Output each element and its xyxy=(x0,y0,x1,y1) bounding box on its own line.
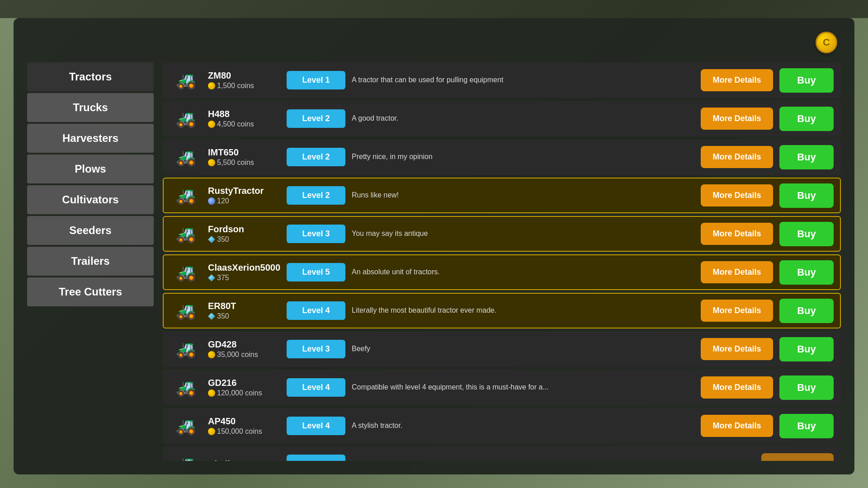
vehicle-price: 350 xyxy=(208,235,280,244)
level-badge: Level 2 xyxy=(287,186,345,205)
level-badge: Level 4 xyxy=(287,378,345,397)
more-details-button[interactable]: More Details xyxy=(701,184,773,206)
vehicle-icon: 🚜 xyxy=(170,183,202,208)
buy-button[interactable]: Buy xyxy=(779,414,834,438)
vehicle-price: 35,000 coins xyxy=(208,351,280,359)
buy-button[interactable]: Buy xyxy=(779,337,834,361)
more-details-button[interactable]: More Details xyxy=(701,223,773,245)
table-row: 🚜 GD428 35,000 coins Level 3 Beefy More … xyxy=(163,331,841,367)
more-details-button[interactable]: More Details xyxy=(701,300,773,322)
price-value: 1,500 coins xyxy=(217,82,254,90)
sidebar-item-plows[interactable]: Plows xyxy=(27,155,154,183)
level-badge: Level 4 xyxy=(287,301,345,320)
vehicle-name: IMT650 xyxy=(208,147,280,158)
vehicle-list[interactable]: 🚜 ZM80 1,500 coins Level 1 A tractor tha… xyxy=(154,62,841,461)
vehicle-name: GD428 xyxy=(208,339,280,350)
vehicle-icon: 🚜 xyxy=(170,68,202,93)
price-value: 375 xyxy=(217,274,229,282)
more-details-button[interactable]: More Details xyxy=(701,108,773,130)
vehicle-desc: A stylish tractor. xyxy=(352,421,694,431)
vehicle-info: AP450 150,000 coins xyxy=(208,416,280,436)
vehicle-price: 5,500 coins xyxy=(208,159,280,167)
vehicle-name: AP450 xyxy=(208,416,280,427)
vehicle-desc: You may say its antique xyxy=(352,229,694,239)
level-badge: Level 3 xyxy=(287,340,345,358)
buy-button[interactable]: Buy xyxy=(779,183,834,208)
vehicle-name: ER80T xyxy=(208,301,280,311)
vehicle-icon: 🚜 xyxy=(170,337,202,361)
vehicle-price: 375 xyxy=(208,274,280,282)
vehicle-info: GD428 35,000 coins xyxy=(208,339,280,359)
price-value: 5,500 coins xyxy=(217,159,254,167)
sidebar-item-trailers[interactable]: Trailers xyxy=(27,247,154,276)
table-row: 🚜 ER80T 350 Level 4 Literally the most b… xyxy=(163,293,841,328)
level-badge: Level 2 xyxy=(287,148,345,166)
main-window: C TractorsTrucksHarvestersPlowsCultivato… xyxy=(14,18,854,474)
more-details-button[interactable]: More Details xyxy=(761,453,834,461)
vehicle-price: 4,500 coins xyxy=(208,120,280,128)
buy-button[interactable]: Buy xyxy=(779,260,834,285)
price-value: 120 xyxy=(217,197,229,205)
sidebar-item-seeders[interactable]: Seeders xyxy=(27,216,154,245)
table-row: 🚜 AP450 150,000 coins Level 4 A stylish … xyxy=(163,408,841,444)
coin-icon: C xyxy=(816,32,837,53)
buy-button[interactable]: Buy xyxy=(779,375,834,400)
sidebar-item-cultivators[interactable]: Cultivators xyxy=(27,185,154,214)
vehicle-info: ER80T 350 xyxy=(208,301,280,320)
more-details-button[interactable]: More Details xyxy=(701,376,773,399)
more-details-button[interactable]: More Details xyxy=(701,146,773,168)
sidebar-item-tractors[interactable]: Tractors xyxy=(27,62,154,91)
vehicle-desc: Literally the most beautiful tractor eve… xyxy=(352,306,694,315)
sidebar-item-tree-cutters[interactable]: Tree Cutters xyxy=(27,277,154,306)
vehicle-desc: A tractor that can be used for pulling e… xyxy=(352,75,694,85)
vehicle-info: H488 4,500 coins xyxy=(208,109,280,128)
buy-button[interactable]: Buy xyxy=(779,145,834,169)
vehicle-price: 150,000 coins xyxy=(208,427,280,436)
more-details-button[interactable]: More Details xyxy=(701,261,773,283)
table-row: 🚜 Challenger MT0 More Details xyxy=(163,446,841,461)
more-details-button[interactable]: More Details xyxy=(701,415,773,437)
buy-button[interactable]: Buy xyxy=(779,107,834,131)
level-badge: Level 5 xyxy=(287,263,345,282)
buy-button[interactable]: Buy xyxy=(779,68,834,93)
more-details-button[interactable]: More Details xyxy=(701,69,773,91)
price-value: 35,000 coins xyxy=(217,351,258,359)
table-row: 🚜 GD216 120,000 coins Level 4 Compatible… xyxy=(163,370,841,405)
vehicle-price: 120 xyxy=(208,197,280,205)
vehicle-info: ZM80 1,500 coins xyxy=(208,70,280,90)
top-bar xyxy=(0,0,868,18)
vehicle-icon: 🚜 xyxy=(170,260,202,285)
sidebar: TractorsTrucksHarvestersPlowsCultivators… xyxy=(27,62,154,461)
vehicle-price: 350 xyxy=(208,312,280,320)
header: C xyxy=(27,32,841,53)
table-row: 🚜 IMT650 5,500 coins Level 2 Pretty nice… xyxy=(163,139,841,175)
vehicle-price: 1,500 coins xyxy=(208,82,280,90)
vehicle-name: H488 xyxy=(208,109,280,119)
vehicle-desc: Compatible with level 4 equipment, this … xyxy=(352,383,694,392)
content-area: TractorsTrucksHarvestersPlowsCultivators… xyxy=(27,62,841,461)
coin-price-icon xyxy=(208,82,215,89)
vehicle-desc: Runs like new! xyxy=(352,191,694,200)
buy-button[interactable]: Buy xyxy=(779,222,834,246)
sidebar-item-trucks[interactable]: Trucks xyxy=(27,93,154,122)
sidebar-item-harvesters[interactable]: Harvesters xyxy=(27,124,154,153)
vehicle-info: GD216 120,000 coins xyxy=(208,378,280,397)
crystal-price-icon xyxy=(208,274,215,282)
level-badge: Level 3 xyxy=(287,225,345,243)
buy-button[interactable]: Buy xyxy=(779,299,834,323)
level-badge: Level 1 xyxy=(287,71,345,89)
vehicle-info: RustyTractor 120 xyxy=(208,186,280,205)
vehicle-icon: 🚜 xyxy=(170,452,202,461)
vehicle-name: ZM80 xyxy=(208,70,280,81)
vehicle-name: Fordson xyxy=(208,224,280,235)
more-details-button[interactable]: More Details xyxy=(701,338,773,360)
vehicle-icon: 🚜 xyxy=(170,298,202,323)
gem-price-icon xyxy=(208,197,215,205)
vehicle-desc: Pretty nice, in my opinion xyxy=(352,152,694,162)
vehicle-icon: 🚜 xyxy=(170,106,202,131)
vehicle-name: GD216 xyxy=(208,378,280,388)
level-badge: Level 4 xyxy=(287,417,345,435)
vehicle-icon: 🚜 xyxy=(170,413,202,438)
vehicle-info: Challenger MT0 xyxy=(208,459,280,461)
level-badge: Level 2 xyxy=(287,109,345,128)
